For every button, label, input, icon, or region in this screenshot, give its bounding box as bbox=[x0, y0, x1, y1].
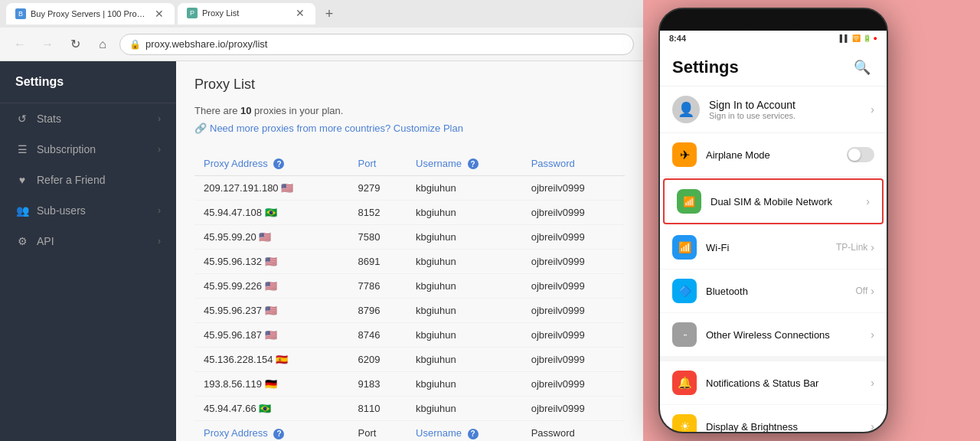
address-bar[interactable]: 🔒 proxy.webshare.io/proxy/list bbox=[119, 34, 634, 55]
sidebar-item-api[interactable]: ⚙ API › bbox=[0, 226, 176, 256]
table-row: 45.95.96.187 🇺🇸8746kbgiuhunojbreilv0999 bbox=[194, 323, 625, 348]
tab-1-label: Buy Proxy Servers | 100 Proxies f... bbox=[31, 9, 149, 18]
airplane-mode-toggle[interactable] bbox=[847, 147, 874, 162]
other-wireless-label-wrap: Other Wireless Connections bbox=[706, 329, 861, 341]
settings-item-wifi[interactable]: 📶 Wi-Fi TP-Link › bbox=[660, 226, 887, 270]
bluetooth-chevron-icon: › bbox=[871, 285, 874, 297]
cell-address: 209.127.191.180 🇺🇸 bbox=[194, 176, 349, 201]
stats-chevron-icon: › bbox=[158, 113, 161, 124]
cell-username: kbgiuhun bbox=[407, 372, 522, 397]
dual-sim-label: Dual SIM & Mobile Network bbox=[710, 196, 857, 207]
sidebar: Settings ↺ Stats › ☰ Subscription › ♥ Re… bbox=[0, 61, 176, 441]
new-tab-button[interactable]: + bbox=[318, 3, 340, 24]
main-content: Proxy List There are 10 proxies in your … bbox=[176, 61, 643, 441]
browser-tabs: B Buy Proxy Servers | 100 Proxies f... ✕… bbox=[0, 0, 643, 28]
other-wireless-chevron-icon: › bbox=[871, 328, 874, 341]
username-help-icon[interactable]: ? bbox=[468, 158, 479, 169]
cell-password: ojbreilv0999 bbox=[522, 250, 625, 274]
settings-item-airplane-mode[interactable]: ✈ Airplane Mode bbox=[660, 133, 887, 177]
phone-notch bbox=[660, 9, 887, 31]
col-header-username: Username ? bbox=[407, 152, 522, 176]
wifi-chevron-icon: › bbox=[871, 241, 874, 253]
browser-tab-2[interactable]: P Proxy List ✕ bbox=[178, 3, 315, 24]
sidebar-item-subusers[interactable]: 👥 Sub-users › bbox=[0, 195, 176, 226]
stats-icon: ↺ bbox=[15, 113, 29, 125]
subscription-icon: ☰ bbox=[15, 143, 29, 155]
bluetooth-label-wrap: Bluetooth bbox=[706, 286, 847, 297]
cell-port: 6209 bbox=[349, 348, 407, 372]
sidebar-item-subscription[interactable]: ☰ Subscription › bbox=[0, 134, 176, 165]
bluetooth-status: Off bbox=[856, 286, 868, 296]
settings-item-bluetooth[interactable]: 🔷 Bluetooth Off › bbox=[660, 270, 887, 313]
settings-item-notifications[interactable]: 🔔 Notifications & Status Bar › bbox=[660, 361, 887, 405]
settings-item-dual-sim[interactable]: 📶 Dual SIM & Mobile Network › bbox=[663, 178, 884, 224]
display-icon: ☀ bbox=[672, 414, 697, 432]
airplane-mode-label: Airplane Mode bbox=[706, 149, 838, 161]
address-help-icon[interactable]: ? bbox=[273, 158, 284, 169]
cell-password: ojbreilv0999 bbox=[522, 274, 625, 299]
table-row: 45.94.47.66 🇧🇷8110kbgiuhunojbreilv0999 bbox=[194, 397, 625, 421]
tab-1-close[interactable]: ✕ bbox=[153, 6, 165, 21]
cell-port: 8152 bbox=[349, 201, 407, 225]
sign-in-card[interactable]: 👤 Sign In to Account Sign in to use serv… bbox=[660, 87, 887, 133]
col-header-port: Port bbox=[349, 152, 407, 176]
settings-screen-title: Settings bbox=[672, 57, 739, 77]
footer-username: Username ? bbox=[407, 421, 522, 441]
sidebar-title: Settings bbox=[0, 61, 176, 103]
browser-tab-1[interactable]: B Buy Proxy Servers | 100 Proxies f... ✕ bbox=[6, 3, 175, 24]
footer-username-help-icon[interactable]: ? bbox=[468, 429, 479, 439]
cell-password: ojbreilv0999 bbox=[522, 397, 625, 421]
cell-username: kbgiuhun bbox=[407, 323, 522, 348]
display-chevron-icon: › bbox=[871, 420, 874, 432]
tab-2-close[interactable]: ✕ bbox=[294, 5, 306, 21]
col-header-password: Password bbox=[522, 152, 625, 176]
cell-password: ojbreilv0999 bbox=[522, 299, 625, 323]
customize-link-text: Need more proxies from more countries? C… bbox=[210, 121, 463, 136]
settings-section-display: 🔔 Notifications & Status Bar › ☀ Display… bbox=[660, 361, 887, 432]
settings-search-button[interactable]: 🔍 bbox=[850, 55, 874, 80]
airplane-mode-icon: ✈ bbox=[672, 142, 697, 167]
cell-address: 45.95.96.237 🇺🇸 bbox=[194, 299, 349, 323]
cell-address: 193.8.56.119 🇩🇪 bbox=[194, 372, 349, 397]
phone-overlay: 8:44 ▌▌ 🛜 🔋 ● Settings 🔍 👤 bbox=[643, 0, 980, 441]
plan-info-prefix: There are bbox=[194, 105, 237, 116]
forward-button[interactable]: → bbox=[37, 34, 58, 55]
table-row: 45.136.228.154 🇪🇸6209kbgiuhunojbreilv099… bbox=[194, 348, 625, 372]
display-label: Display & Brightness bbox=[706, 421, 861, 433]
sidebar-item-refer[interactable]: ♥ Refer a Friend bbox=[0, 165, 176, 195]
subusers-icon: 👥 bbox=[15, 204, 29, 217]
cell-password: ojbreilv0999 bbox=[522, 225, 625, 250]
lock-icon: 🔒 bbox=[129, 39, 141, 50]
cell-port: 7580 bbox=[349, 225, 407, 250]
reload-button[interactable]: ↻ bbox=[64, 34, 86, 55]
sidebar-item-stats-label: Stats bbox=[37, 113, 61, 125]
sign-in-chevron-icon: › bbox=[871, 103, 874, 116]
sign-in-title: Sign In to Account bbox=[709, 99, 861, 111]
other-wireless-icon: ··· bbox=[672, 322, 697, 347]
dual-sim-label-wrap: Dual SIM & Mobile Network bbox=[710, 196, 857, 207]
proxy-count: 10 bbox=[240, 105, 251, 116]
footer-address-help-icon[interactable]: ? bbox=[273, 429, 284, 439]
cell-port: 9183 bbox=[349, 372, 407, 397]
wifi-label: Wi-Fi bbox=[706, 242, 827, 253]
back-button[interactable]: ← bbox=[9, 34, 31, 55]
cell-address: 45.95.96.132 🇺🇸 bbox=[194, 250, 349, 274]
cell-username: kbgiuhun bbox=[407, 299, 522, 323]
settings-item-other-wireless[interactable]: ··· Other Wireless Connections › bbox=[660, 313, 887, 357]
notifications-label-wrap: Notifications & Status Bar bbox=[706, 377, 861, 389]
battery-icon: 🔋 bbox=[863, 34, 871, 42]
cell-username: kbgiuhun bbox=[407, 348, 522, 372]
wifi-network-name: TP-Link bbox=[836, 242, 867, 253]
proxy-list-title: Proxy List bbox=[194, 77, 625, 93]
cell-port: 8746 bbox=[349, 323, 407, 348]
cell-password: ojbreilv0999 bbox=[522, 372, 625, 397]
browser-navigation-bar: ← → ↻ ⌂ 🔒 proxy.webshare.io/proxy/list bbox=[0, 28, 643, 61]
notifications-icon: 🔔 bbox=[672, 371, 697, 395]
cell-port: 8796 bbox=[349, 299, 407, 323]
home-button[interactable]: ⌂ bbox=[92, 34, 113, 55]
customize-link[interactable]: 🔗 Need more proxies from more countries?… bbox=[194, 121, 625, 136]
wifi-icon: 📶 bbox=[672, 235, 697, 260]
avatar: 👤 bbox=[672, 96, 700, 123]
settings-item-display[interactable]: ☀ Display & Brightness › bbox=[660, 405, 887, 432]
sidebar-item-stats[interactable]: ↺ Stats › bbox=[0, 103, 176, 134]
